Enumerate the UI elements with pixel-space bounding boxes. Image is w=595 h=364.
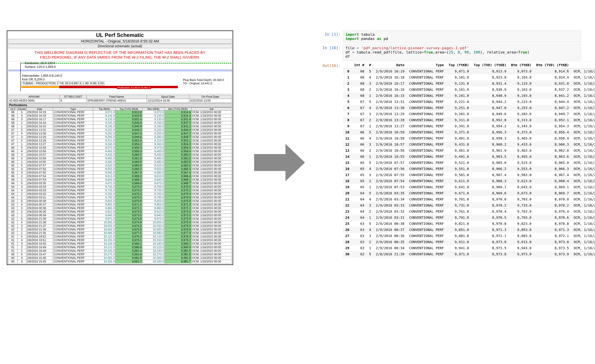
- df-row: 36822/9/2016 16:16CONVENTIONAL PERF9,161…: [343, 86, 595, 93]
- code-block-2: file = 'pdf_parsing/lattice-pioneer-surv…: [343, 44, 581, 60]
- df-h-idx: [343, 62, 352, 68]
- df-row: 266342/9/2016 00:37CONVENTIONAL PERF9,85…: [343, 227, 595, 233]
- perf-row: 6212/8/2016 21:35CONVENTIONAL PERF10,091…: [8, 231, 232, 235]
- df-row: 126632/9/2016 10:57CONVENTIONAL PERF9,43…: [343, 141, 595, 147]
- in-prompt-2: In [16]:: [317, 44, 343, 50]
- df-h-cluster: #: [367, 62, 373, 68]
- perf-row: 6112/8/2016 18:48CONVENTIONAL PERF10,241…: [8, 249, 232, 253]
- code-cell-1[interactable]: In [1]: import tabula import pandas as p…: [317, 30, 581, 43]
- perf-row: 6452/9/2016 03:35CONVENTIONAL PERF9,671.…: [8, 182, 232, 185]
- perf-row: 6222/8/2016 21:36CONVENTIONAL PERF10,061…: [8, 228, 232, 231]
- perf-row: 6342/9/2016 00:37CONVENTIONAL PERF9,851.…: [8, 203, 232, 207]
- dataframe-table: Int # # Date Type Top (ftKB) Top (TVD) (…: [343, 62, 595, 257]
- perf-row: 6642/9/2016 10:58CONVENTIONAL PERF9,401.…: [8, 150, 232, 153]
- perf-row: 6042/8/2016 15:46CONVENTIONAL PERF10,301…: [8, 256, 232, 260]
- sch-tubing: TUBING - PRODUCTION; 2 7/8; 26.0-8,897.4…: [22, 81, 104, 85]
- hdr-st-value: 8: [60, 99, 86, 103]
- perf-row: 6322/9/2016 00:35CONVENTIONAL PERF9,911.…: [8, 210, 232, 214]
- perf-h-btm: Btm (ftKB): [142, 107, 165, 111]
- perf-row: 6432/9/2016 03:33CONVENTIONAL PERF9,731.…: [8, 189, 232, 192]
- df-row: 306252/8/2016 21:39CONVENTIONAL PERF9,97…: [343, 251, 595, 257]
- well-schematic: Conductor; 26.0-120.0 Surface; 120.0-1,8…: [8, 61, 232, 94]
- perf-h-type: Type: [53, 107, 93, 111]
- perf-row: 6842/9/2016 16:18CONVENTIONAL PERF9,101.…: [8, 114, 232, 118]
- perforations-title: Perforations: [8, 103, 232, 107]
- perf-row: 6712/9/2016 13:27CONVENTIONAL PERF9,341.…: [8, 143, 232, 146]
- doc-subtitle: HORIZONTAL - Original, 5/16/2016 8:55:32…: [8, 39, 232, 44]
- df-row: 156552/9/2016 07:57CONVENTIONAL PERF9,52…: [343, 160, 595, 166]
- jupyter-panel: In [1]: import tabula import pandas as p…: [317, 30, 581, 259]
- perf-h-job: Job: [191, 107, 231, 111]
- perf-row: 6552/9/2016 07:57CONVENTIONAL PERF9,521.…: [8, 164, 232, 168]
- perf-row: 6312/9/2016 00:34CONVENTIONAL PERF9,941.…: [8, 214, 232, 217]
- perf-row: 6812/9/2016 16:15CONVENTIONAL PERF9,191.…: [8, 125, 232, 128]
- perf-row: 6132/8/2016 18:50CONVENTIONAL PERF10,181…: [8, 242, 232, 246]
- df-row: 136622/9/2016 10:56CONVENTIONAL PERF9,46…: [343, 147, 595, 154]
- doc-warning-line-2: FIELD PERSONEL. IF ANY DATA VARIES FROM …: [40, 55, 200, 59]
- perf-h-cluster: Cluster #: [17, 107, 26, 111]
- sch-production: Production; 8,140.0-19,441.0: [117, 86, 151, 89]
- perf-row: 6242/8/2016 21:38CONVENTIONAL PERF10,001…: [8, 221, 232, 224]
- sch-td: TD - Original; 19,441.0: [183, 82, 212, 85]
- df-row: 66742/9/2016 13:30CONVENTIONAL PERF9,251…: [343, 105, 595, 111]
- df-row: 286322/9/2016 00:35CONVENTIONAL PERF9,91…: [343, 239, 595, 245]
- perf-row: 6512/9/2016 07:53CONVENTIONAL PERF9,641.…: [8, 178, 232, 182]
- perf-row: 6722/9/2016 13:28CONVENTIONAL PERF9,311.…: [8, 139, 232, 143]
- df-row: 116642/9/2016 10:58CONVENTIONAL PERF9,40…: [343, 135, 595, 141]
- hdr-onprod-value: 2/22/2016 13:00: [189, 99, 231, 103]
- df-row: 86722/9/2016 13:28CONVENTIONAL PERF9,311…: [343, 117, 595, 123]
- perf-row: 6822/9/2016 16:16CONVENTIONAL PERF9,161.…: [8, 121, 232, 125]
- df-row: 26832/9/2016 16:17CONVENTIONAL PERF9,131…: [343, 80, 595, 86]
- sch-intermediate: Intermediate; 1,859.0-8,140.0: [22, 74, 62, 77]
- df-h-ttvd: Top (TVD) (ftKB): [471, 62, 509, 68]
- perf-h-date: Date: [26, 107, 53, 111]
- perf-row: 6612/9/2016 10:55CONVENTIONAL PERF9,491.…: [8, 160, 232, 164]
- df-row: 56752/9/2016 13:31CONVENTIONAL PERF9,221…: [343, 99, 595, 105]
- perf-row: 6752/9/2016 13:31CONVENTIONAL PERF9,221.…: [8, 128, 232, 132]
- code-cell-2[interactable]: In [16]: file = 'pdf_parsing/lattice-pio…: [317, 44, 581, 60]
- hdr-field-label: Field Name: [86, 95, 147, 99]
- hdr-spud-label: Spud Date: [147, 95, 189, 99]
- perf-row: 6352/9/2016 00:38CONVENTIONAL PERF9,821.…: [8, 199, 232, 203]
- df-row: 216442/9/2016 03:34CONVENTIONAL PERF9,70…: [343, 196, 595, 202]
- perf-row: 6142/8/2016 18:51CONVENTIONAL PERF10,151…: [8, 238, 232, 242]
- arrow-icon: [254, 144, 305, 181]
- doc-warning: THIS WELLBORE DIAGRAM IS REFLECTIVE OF T…: [7, 49, 233, 61]
- perf-h-ttvd: Top (TVD) (ftKB): [115, 107, 142, 111]
- df-h-type: Type: [407, 62, 446, 68]
- hdr-spud-value: 12/12/2014 18:30: [147, 99, 189, 103]
- sch-kickoff: Kick Off; 8,209.0: [22, 78, 45, 81]
- perf-row: 6232/8/2016 21:37CONVENTIONAL PERF10,031…: [8, 224, 232, 228]
- perf-row: 6852/9/2016 16:19CONVENTIONAL PERF9,071.…: [8, 111, 232, 114]
- perf-h-int: Int #: [8, 107, 17, 111]
- perf-row: 6332/9/2016 00:36CONVENTIONAL PERF9,881.…: [8, 207, 232, 210]
- df-h-job: Job: [571, 62, 595, 68]
- df-row: 06852/9/2016 16:19CONVENTIONAL PERF9,071…: [343, 68, 595, 75]
- df-row: 276332/9/2016 00:36CONVENTIONAL PERF9,88…: [343, 233, 595, 239]
- perf-row: 6542/9/2016 07:56CONVENTIONAL PERF9,551.…: [8, 168, 232, 171]
- df-row: 256352/9/2016 00:38CONVENTIONAL PERF9,82…: [343, 221, 595, 227]
- in-prompt-1: In [1]:: [317, 30, 343, 36]
- perf-row: 6442/9/2016 03:34CONVENTIONAL PERF9,701.…: [8, 185, 232, 189]
- source-document: UL Perf Schematic HORIZONTAL - Original,…: [7, 30, 233, 265]
- perf-row: 6252/8/2016 21:39CONVENTIONAL PERF9,971.…: [8, 217, 232, 221]
- perf-h-top: Top (ftKB): [93, 107, 115, 111]
- perf-row: 6832/9/2016 16:17CONVENTIONAL PERF9,131.…: [8, 118, 232, 121]
- hdr-st-label: ST REG DIST: [60, 95, 86, 99]
- perf-row: 6522/9/2016 07:54CONVENTIONAL PERF9,611.…: [8, 175, 232, 178]
- df-row: 176532/9/2016 07:55CONVENTIONAL PERF9,58…: [343, 172, 595, 178]
- perf-row: 6622/9/2016 10:56CONVENTIONAL PERF9,461.…: [8, 157, 232, 160]
- perf-row: 6422/9/2016 03:32CONVENTIONAL PERF9,761.…: [8, 192, 232, 196]
- perf-row: 6532/9/2016 07:55CONVENTIONAL PERF9,581.…: [8, 171, 232, 175]
- perforations-table: Int # Cluster # Date Type Top (ftKB) Top…: [8, 107, 232, 263]
- doc-warning-line-1: THIS WELLBORE DIAGRAM IS REFLECTIVE OF T…: [35, 50, 205, 55]
- doc-subtitle-2: Directional schematic (actual): [8, 44, 232, 48]
- perf-row: 6032/8/2016 15:45CONVENTIONAL PERF10,331…: [8, 260, 232, 263]
- perf-row: 6732/9/2016 13:29CONVENTIONAL PERF9,281.…: [8, 135, 232, 139]
- df-row: 146612/9/2016 10:55CONVENTIONAL PERF9,49…: [343, 154, 595, 160]
- doc-header-grid: API/UWI ST REG DIST Field Name Spud Date…: [8, 95, 232, 103]
- df-h-top: Top (ftKB): [446, 62, 471, 68]
- df-row: 76732/9/2016 13:29CONVENTIONAL PERF9,281…: [343, 111, 595, 117]
- perf-row: 6652/9/2016 10:59CONVENTIONAL PERF9,371.…: [8, 146, 232, 150]
- df-row: 296312/9/2016 00:34CONVENTIONAL PERF9,94…: [343, 245, 595, 251]
